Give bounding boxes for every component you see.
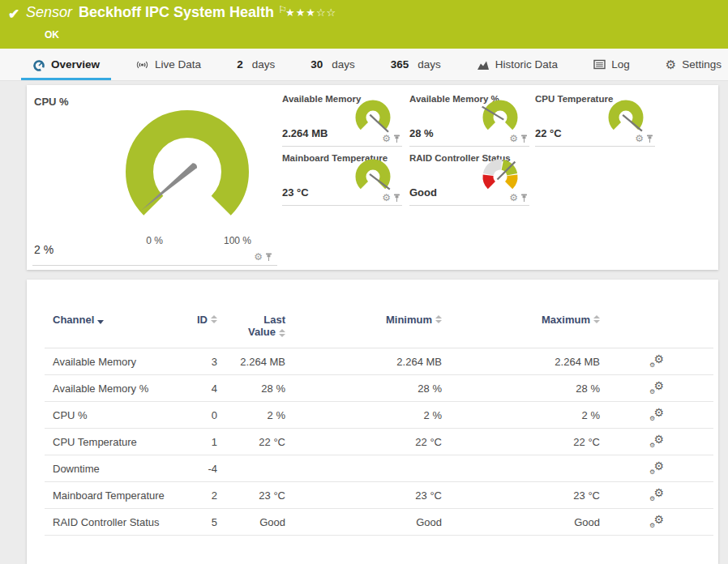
tab-30-days[interactable]: 30 days	[310, 49, 355, 80]
tab-365-days[interactable]: 365 days	[391, 49, 441, 80]
gauge-cell-cpu-temperature: CPU Temperature 22 °C ⚙	[535, 91, 655, 147]
channel-settings-gears-icon[interactable]: ⚙⚙	[649, 489, 664, 502]
log-icon	[593, 59, 606, 70]
tab-bar: Overview Live Data 2 days 30 days 365 da…	[0, 49, 728, 81]
column-label: Last	[263, 314, 285, 326]
column-label: Channel	[53, 314, 94, 326]
channel-minimum: 28 %	[285, 382, 442, 395]
sensor-title: Beckhoff IPC System Health	[79, 4, 274, 20]
cpu-temperature-gauge	[606, 97, 645, 136]
gauge-settings-gear-icon[interactable]: ⚙	[509, 134, 518, 143]
gauge-max-label: 100 %	[217, 235, 258, 246]
sort-icon	[211, 315, 217, 323]
pin-icon[interactable]	[520, 194, 528, 203]
channel-maximum: 2 %	[442, 409, 600, 421]
channel-name: Mainboard Temperature	[45, 489, 170, 502]
channel-settings-gears-icon[interactable]: ⚙⚙	[649, 515, 664, 528]
column-label: Maximum	[542, 314, 590, 326]
channel-maximum: Good	[442, 516, 600, 528]
channel-id: 3	[170, 356, 217, 368]
tab-number: 30	[310, 58, 323, 70]
pin-icon[interactable]	[646, 135, 653, 143]
pin-icon[interactable]	[393, 194, 400, 203]
tab-label: Historic Data	[495, 58, 558, 70]
gauge-settings-gear-icon[interactable]: ⚙	[382, 134, 391, 143]
table-row: Available Memory % 4 28 % 28 % 28 % ⚙⚙	[45, 375, 713, 402]
channel-id: 0	[170, 409, 217, 421]
pin-icon[interactable]	[393, 135, 400, 143]
channel-minimum: Good	[285, 516, 442, 528]
tab-historic-data[interactable]: Historic Data	[477, 49, 558, 80]
column-label: ID	[197, 314, 208, 326]
sensor-header: ✔ SensorBeckhoff IPC System Health⚐ ★★★☆…	[0, 0, 728, 49]
column-header-last-value[interactable]: Last Value	[217, 314, 285, 338]
table-row: Available Memory 3 2.264 MB 2.264 MB 2.2…	[45, 348, 713, 375]
channel-id: 4	[170, 382, 217, 395]
channel-id: 5	[170, 516, 217, 528]
channel-settings-gears-icon[interactable]: ⚙⚙	[649, 435, 664, 448]
area-chart-icon	[477, 59, 490, 70]
channel-last-value: 22 °C	[217, 436, 285, 448]
tab-log[interactable]: Log	[593, 49, 630, 80]
tab-live-data[interactable]: Live Data	[135, 49, 201, 80]
tab-label: Overview	[51, 58, 100, 70]
gauge-settings-gear-icon[interactable]: ⚙	[509, 193, 518, 203]
gauge-value: 28 %	[409, 127, 434, 139]
tab-settings[interactable]: ⚙ Settings	[666, 49, 722, 80]
tab-label: Live Data	[155, 58, 201, 70]
channel-minimum: 2.264 MB	[285, 356, 442, 368]
available-memory-gauge	[353, 97, 392, 136]
tab-number: 2	[237, 58, 243, 70]
channel-name: Downtime	[45, 463, 170, 475]
gauge-value: 2.264 MB	[282, 127, 328, 139]
channel-name: Available Memory %	[45, 382, 170, 395]
gauge-value: 23 °C	[282, 186, 309, 199]
pin-icon[interactable]	[265, 253, 272, 262]
channel-name: CPU %	[45, 409, 170, 421]
pin-icon[interactable]	[520, 135, 528, 143]
channel-last-value: Good	[217, 516, 285, 528]
channel-last-value: 23 °C	[217, 489, 285, 502]
sort-descending-icon	[97, 320, 104, 324]
tab-label: Settings	[682, 58, 722, 70]
channel-settings-gears-icon[interactable]: ⚙⚙	[649, 355, 664, 368]
channel-minimum: 2 %	[285, 409, 442, 421]
table-row: RAID Controller Status 5 Good Good Good …	[45, 509, 713, 536]
cpu-gauge	[106, 87, 268, 249]
column-header-id[interactable]: ID	[170, 314, 217, 326]
tab-label: days	[418, 58, 441, 70]
gauge-cell-cpu-percent: CPU % 0 % 100 % 2 % ⚙	[32, 91, 277, 266]
gauge-cell-mainboard-temperature: Mainboard Temperature 23 °C ⚙	[282, 150, 402, 206]
sort-icon	[435, 315, 442, 323]
gauge-title: Available Memory	[282, 94, 361, 104]
gauge-value: 2 %	[34, 243, 54, 256]
column-header-channel[interactable]: Channel	[45, 314, 170, 326]
tab-2-days[interactable]: 2 days	[237, 49, 275, 80]
channel-maximum: 23 °C	[442, 489, 600, 502]
channel-settings-gears-icon[interactable]: ⚙⚙	[649, 382, 664, 395]
mainboard-temperature-gauge	[353, 156, 392, 195]
tab-overview[interactable]: Overview	[32, 49, 100, 80]
gauge-settings-gear-icon[interactable]: ⚙	[382, 193, 391, 203]
column-header-minimum[interactable]: Minimum	[285, 314, 442, 326]
sort-icon	[279, 329, 285, 337]
gauge-settings-gear-icon[interactable]: ⚙	[254, 252, 263, 262]
channel-settings-gears-icon[interactable]: ⚙⚙	[649, 408, 664, 421]
gauge-value: Good	[409, 186, 437, 199]
channel-minimum: 23 °C	[285, 489, 442, 502]
column-label: Value	[248, 326, 276, 338]
table-row: Downtime -4 ⚙⚙	[45, 455, 713, 482]
priority-stars[interactable]: ★★★☆☆	[285, 6, 336, 19]
table-row: CPU Temperature 1 22 °C 22 °C 22 °C ⚙⚙	[45, 429, 713, 455]
gauge-cell-raid-controller-status: RAID Controller Status Good ⚙	[409, 150, 529, 206]
table-header-row: Channel ID Last Value Minimum	[45, 314, 713, 348]
table-row: Mainboard Temperature 2 23 °C 23 °C 23 °…	[45, 482, 713, 509]
channel-settings-gears-icon[interactable]: ⚙⚙	[649, 462, 664, 475]
live-data-icon	[135, 59, 149, 70]
channel-id: -4	[170, 463, 217, 475]
channel-name: Available Memory	[45, 356, 170, 368]
gauge-settings-gear-icon[interactable]: ⚙	[635, 134, 644, 143]
column-header-maximum[interactable]: Maximum	[442, 314, 600, 326]
table-row: CPU % 0 2 % 2 % 2 % ⚙⚙	[45, 402, 713, 429]
gauge-value: 22 °C	[535, 127, 562, 139]
